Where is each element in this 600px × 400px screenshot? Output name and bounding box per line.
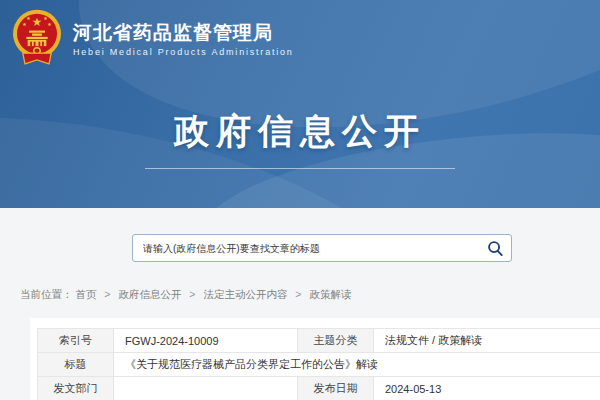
site-title-group: 河北省药品监督管理局 Hebei Medical Products Admini… [73, 21, 294, 58]
publish-date-label: 发布日期 [298, 377, 374, 400]
breadcrumb-item-home[interactable]: 首页 [75, 288, 96, 300]
site-title-english: Hebei Medical Products Administration [73, 47, 294, 57]
svg-text:★: ★ [22, 22, 27, 27]
issuing-department-value [114, 377, 298, 400]
page: ★ ★ ★ ★ ★ 河北省药品监督管理局 Hebei Medical Produ… [0, 0, 600, 400]
index-number-label: 索引号 [38, 329, 114, 353]
search-box [132, 234, 512, 262]
search-icon [487, 240, 504, 257]
page-header-banner: ★ ★ ★ ★ ★ 河北省药品监督管理局 Hebei Medical Produ… [0, 0, 600, 208]
site-logo-link[interactable]: ★ ★ ★ ★ ★ 河北省药品监督管理局 Hebei Medical Produ… [10, 7, 294, 71]
search-button[interactable] [479, 235, 511, 261]
site-title-chinese: 河北省药品监督管理局 [73, 21, 294, 45]
svg-text:★: ★ [26, 16, 31, 21]
breadcrumb-separator: > [104, 288, 110, 300]
breadcrumb-prefix: 当前位置： [20, 288, 73, 300]
table-row-department-date: 发文部门 发布日期 2024-05-13 [38, 377, 600, 400]
breadcrumb: 当前位置： 首页 > 政府信息公开 > 法定主动公开内容 > 政策解读 [20, 288, 351, 302]
breadcrumb-item-statutory-content[interactable]: 法定主动公开内容 [203, 288, 287, 300]
issuing-department-label: 发文部门 [38, 377, 114, 400]
content-panel: 索引号 FGWJ-2024-10009 主题分类 法规文件 / 政策解读 标题 … [30, 318, 600, 400]
breadcrumb-separator: > [189, 288, 195, 300]
svg-text:★: ★ [32, 16, 42, 28]
search-input[interactable] [133, 235, 479, 261]
index-number-value: FGWJ-2024-10009 [114, 329, 298, 353]
subject-category-label: 主题分类 [298, 329, 374, 353]
table-row-index-category: 索引号 FGWJ-2024-10009 主题分类 法规文件 / 政策解读 [38, 329, 600, 353]
china-national-emblem-icon: ★ ★ ★ ★ ★ [10, 7, 64, 71]
banner-underline [145, 168, 455, 169]
table-row-title: 标题 《关于规范医疗器械产品分类界定工作的公告》解读 [38, 353, 600, 377]
svg-text:★: ★ [43, 16, 48, 21]
document-title-label: 标题 [38, 353, 114, 377]
publish-date-value: 2024-05-13 [374, 377, 600, 400]
subject-category-value: 法规文件 / 政策解读 [374, 329, 600, 353]
breadcrumb-item-policy-interpretation[interactable]: 政策解读 [309, 288, 351, 300]
document-info-table: 索引号 FGWJ-2024-10009 主题分类 法规文件 / 政策解读 标题 … [37, 328, 600, 400]
banner-title: 政府信息公开 [0, 108, 600, 155]
breadcrumb-separator: > [295, 288, 301, 300]
svg-text:★: ★ [47, 22, 52, 27]
breadcrumb-item-info-disclosure[interactable]: 政府信息公开 [118, 288, 181, 300]
document-title-value: 《关于规范医疗器械产品分类界定工作的公告》解读 [114, 353, 600, 377]
